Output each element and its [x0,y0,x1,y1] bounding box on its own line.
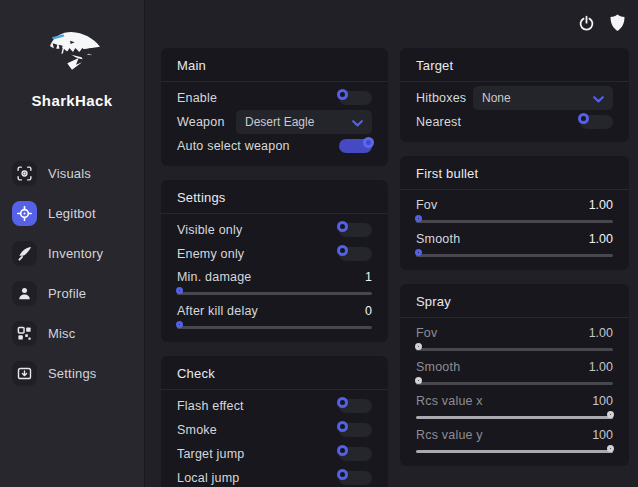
topbar [575,12,628,34]
setting-row: Rcs value y 100 [416,424,613,458]
setting-row: Auto select weapon [177,134,372,158]
setting-label: After kill delay [177,304,258,318]
setting-label: Fov [416,198,437,212]
slider-track [416,416,613,419]
content-area: Main Enable Weapon Desert Eagle [146,0,638,487]
slider-knob[interactable] [176,321,183,328]
setting-label: Target jump [177,447,245,461]
toggle-knob [337,221,348,232]
panel-spray: Spray Fov 1.00 Smooth [400,284,629,466]
setting-value: 1 [365,270,372,284]
sidebar-item-misc[interactable]: Misc [0,313,144,353]
sidebar-item-settings[interactable]: Settings [0,353,144,393]
setting-row: Target jump [177,442,372,466]
panel-settings: Settings Visible only Enemy only [161,180,388,342]
setting-label: Nearest [416,115,461,129]
sidebar-item-label: Settings [48,366,97,381]
first-bullet-smooth-slider[interactable] [416,249,613,262]
tray-download-icon [12,361,37,386]
logo-area: SharkHack [0,0,144,109]
slider-track [177,292,372,295]
setting-label: Enable [177,91,217,105]
slider-knob[interactable] [607,445,614,452]
app-title: SharkHack [0,92,144,109]
sidebar-item-visuals[interactable]: Visuals [0,153,144,193]
setting-label: Flash effect [177,399,244,413]
setting-row: Nearest [416,110,613,134]
setting-row: Enable [177,86,372,110]
smoke-toggle[interactable] [339,423,372,437]
sidebar-item-profile[interactable]: Profile [0,273,144,313]
after-kill-delay-slider[interactable] [177,321,372,334]
power-icon[interactable] [575,12,597,34]
slider-track [416,254,613,257]
enemy-only-toggle[interactable] [339,247,372,261]
rcs-value-x-slider[interactable] [416,411,613,424]
nearest-toggle[interactable] [580,115,613,129]
target-jump-toggle[interactable] [339,447,372,461]
toggle-knob [337,421,348,432]
toggle-knob [337,89,348,100]
slider-knob[interactable] [176,287,183,294]
setting-row: Fov 1.00 [416,194,613,228]
local-jump-toggle[interactable] [339,471,372,485]
panel-rows: Fov 1.00 Smooth 1.00 [400,190,629,270]
panel-target: Target Hitboxes None Nearest [400,48,629,142]
setting-label: Rcs value x [416,394,483,408]
chevron-down-icon [593,89,604,107]
slider-knob[interactable] [607,411,614,418]
setting-row: Fov 1.00 [416,322,613,356]
shield-icon[interactable] [606,12,628,34]
sidebar-item-label: Legitbot [48,206,96,221]
toggle-knob [363,137,374,148]
sidebar-item-label: Visuals [48,166,91,181]
setting-row: Rcs value x 100 [416,390,613,424]
panel-title: Main [161,48,388,82]
hitboxes-select[interactable]: None [473,86,613,110]
enable-toggle[interactable] [339,91,372,105]
person-icon [12,281,37,306]
visible-only-toggle[interactable] [339,223,372,237]
min-damage-slider[interactable] [177,287,372,300]
sidebar: SharkHack Visuals [0,0,145,487]
rcs-value-y-slider[interactable] [416,445,613,458]
toggle-knob [337,397,348,408]
slider-track [416,382,613,385]
sidebar-item-inventory[interactable]: Inventory [0,233,144,273]
toggle-knob [337,469,348,480]
setting-row: Visible only [177,218,372,242]
slider-knob[interactable] [415,377,422,384]
slider-knob[interactable] [415,215,422,222]
spray-smooth-slider[interactable] [416,377,613,390]
crosshair-icon [12,201,37,226]
slider-knob[interactable] [415,249,422,256]
setting-row: Enemy only [177,242,372,266]
slider-track [416,220,613,223]
panel-title: Settings [161,180,388,214]
setting-row: Flash effect [177,394,372,418]
sidebar-item-legitbot[interactable]: Legitbot [0,193,144,233]
setting-label: Smooth [416,232,460,246]
panel-rows: Fov 1.00 Smooth 1.00 [400,318,629,466]
setting-label: Hitboxes [416,91,466,105]
setting-value: 1.00 [589,326,613,340]
slider-track [177,326,372,329]
setting-value: 100 [592,394,613,408]
setting-label: Auto select weapon [177,139,290,153]
flash-effect-toggle[interactable] [339,399,372,413]
sidebar-item-label: Misc [48,326,76,341]
panel-first-bullet: First bullet Fov 1.00 [400,156,629,270]
chevron-down-icon [352,113,363,131]
panel-title: Target [400,48,629,82]
setting-value: 100 [592,428,613,442]
first-bullet-fov-slider[interactable] [416,215,613,228]
weapon-select[interactable]: Desert Eagle [236,110,372,134]
auto-select-weapon-toggle[interactable] [339,139,372,153]
setting-value: 1.00 [589,198,613,212]
panel-check: Check Flash effect Smoke [161,356,388,487]
spray-fov-slider[interactable] [416,343,613,356]
panel-title: First bullet [400,156,629,190]
setting-row: Weapon Desert Eagle [177,110,372,134]
toggle-knob [337,445,348,456]
slider-knob[interactable] [415,343,422,350]
